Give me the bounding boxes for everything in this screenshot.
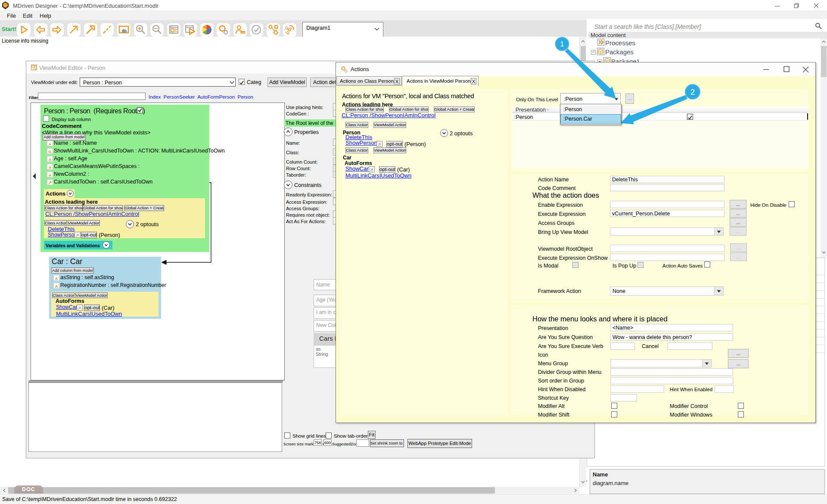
svg-text:A: A <box>55 277 58 281</box>
svg-text:A: A <box>49 173 51 177</box>
svg-text:A: A <box>49 158 51 162</box>
svg-text:A: A <box>55 284 58 289</box>
svg-text:A: A <box>49 142 51 146</box>
svg-text:A: A <box>49 165 51 170</box>
